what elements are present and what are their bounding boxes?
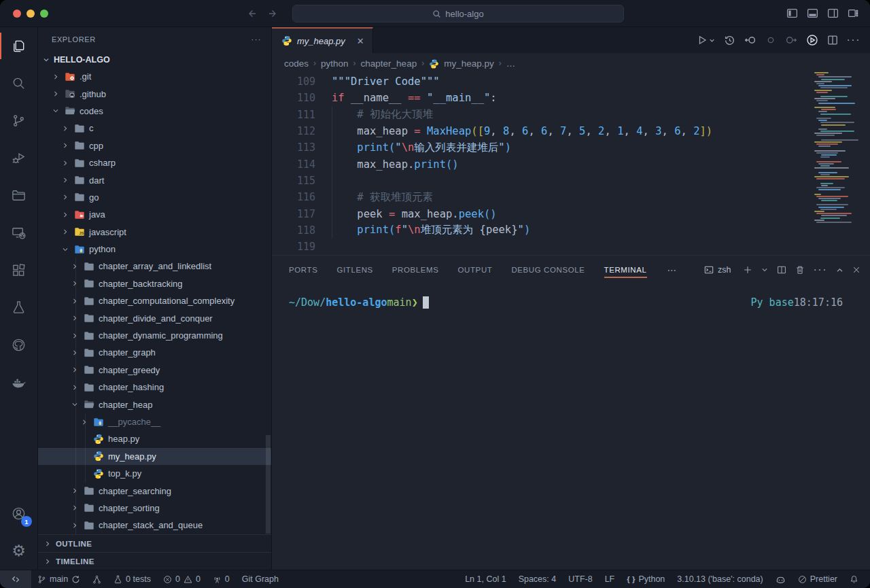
forward-icon[interactable]	[268, 8, 279, 19]
tree-item-cpp[interactable]: cpp	[38, 137, 271, 154]
tree-item-chapter_stack_and_queue[interactable]: chapter_stack_and_queue	[38, 517, 271, 534]
tree-item-chapter_sorting[interactable]: chapter_sorting	[38, 500, 271, 517]
tab-my-heap-py[interactable]: my_heap.py ✕	[272, 27, 373, 53]
breadcrumb-item[interactable]: my_heap.py	[444, 58, 494, 69]
toggle-panel-icon[interactable]	[807, 7, 818, 19]
close-panel-icon[interactable]	[852, 266, 860, 274]
tree-item-chapter_hashing[interactable]: chapter_hashing	[38, 379, 271, 396]
testing-icon[interactable]	[0, 289, 37, 326]
new-terminal-icon[interactable]	[743, 265, 752, 275]
status-item-copilot[interactable]	[769, 570, 792, 588]
tree-item-go[interactable]: go	[38, 189, 271, 206]
tree-item-chapter_divide_and_conquer[interactable]: chapter_divide_and_conquer	[38, 309, 271, 326]
tree-item-chapter_heap[interactable]: chapter_heap	[38, 396, 271, 413]
tree-item-javascript[interactable]: JSjavascript	[38, 224, 271, 241]
status-item-tower-0[interactable]: 0	[207, 570, 236, 588]
breadcrumb-item[interactable]: python	[321, 58, 349, 69]
remote-explorer-icon[interactable]	[0, 214, 37, 252]
tree-item-chapter_greedy[interactable]: chapter_greedy	[38, 362, 271, 379]
tree-item-.git[interactable]: .git	[38, 68, 271, 85]
terminal-shell-item[interactable]: zsh	[704, 265, 731, 275]
docker-icon[interactable]	[0, 364, 37, 401]
settings-gear-icon[interactable]: ⚙	[0, 532, 37, 570]
tree-item-java[interactable]: java	[38, 206, 271, 223]
run-python-file-button[interactable]	[697, 35, 715, 46]
timeline-history-icon[interactable]	[724, 35, 735, 46]
panel-tab-problems[interactable]: PROBLEMS	[392, 256, 439, 284]
timeline-section[interactable]: TIMELINE	[38, 552, 271, 570]
breadcrumb-item[interactable]: chapter_heap	[361, 58, 417, 69]
tree-item-chapter_backtracking[interactable]: chapter_backtracking	[38, 275, 271, 292]
status-item-graph[interactable]	[86, 570, 107, 588]
gitlens-back-icon[interactable]	[744, 34, 756, 46]
project-manager-icon[interactable]	[0, 177, 37, 214]
customize-layout-icon[interactable]	[848, 7, 859, 19]
extensions-icon[interactable]	[0, 252, 37, 289]
panel-more-actions-icon[interactable]: ···	[814, 264, 827, 276]
explorer-icon[interactable]	[0, 27, 37, 65]
gitlens-node-icon[interactable]	[765, 35, 776, 46]
tree-item-codes[interactable]: codes	[38, 103, 271, 120]
maximize-window-button[interactable]	[40, 10, 48, 18]
breadcrumb-item[interactable]: codes	[284, 58, 309, 69]
tree-item-csharp[interactable]: csharp	[38, 154, 271, 171]
sidebar-scrollbar[interactable]	[266, 435, 271, 534]
panel-tab-output[interactable]: OUTPUT	[458, 256, 493, 284]
source-control-icon[interactable]	[0, 102, 37, 139]
tree-item-chapter_dynamic_programming[interactable]: chapter_dynamic_programming	[38, 327, 271, 344]
tree-item-c[interactable]: c	[38, 120, 271, 137]
explorer-more-actions-icon[interactable]: ···	[251, 35, 262, 44]
command-center-search[interactable]: hello-algo	[292, 5, 624, 22]
minimap[interactable]	[814, 72, 856, 227]
status-item-git-graph[interactable]: Git Graph	[236, 570, 285, 588]
status-item-beaker-0-tests[interactable]: 0 tests	[107, 570, 157, 588]
status-item-3-10-13-base-conda-[interactable]: 3.10.13 ('base': conda)	[671, 570, 769, 588]
panel-tab-terminal[interactable]: TERMINAL	[604, 256, 647, 284]
back-icon[interactable]	[246, 8, 257, 19]
github-icon[interactable]	[0, 326, 37, 364]
tree-item-dart[interactable]: dart	[38, 171, 271, 188]
panel-tab-debug-console[interactable]: DEBUG CONSOLE	[511, 256, 585, 284]
toggle-secondary-sidebar-icon[interactable]	[827, 7, 839, 19]
status-item-ln-1-col-1[interactable]: Ln 1, Col 1	[459, 570, 512, 588]
toggle-primary-sidebar-icon[interactable]	[786, 7, 798, 19]
tree-item-chapter_array_and_linkedlist[interactable]: chapter_array_and_linkedlist	[38, 258, 271, 275]
search-sidebar-icon[interactable]	[0, 65, 37, 102]
status-item-remote[interactable]	[0, 570, 31, 588]
close-window-button[interactable]	[13, 10, 21, 18]
split-editor-icon[interactable]	[827, 35, 838, 46]
tree-item-python[interactable]: python	[38, 241, 271, 258]
tree-item-chapter_graph[interactable]: chapter_graph	[38, 344, 271, 361]
split-terminal-icon[interactable]	[777, 265, 786, 275]
code-editor[interactable]: 109"""Driver Code"""110if __name__ == "_…	[272, 73, 870, 255]
editor-more-actions-icon[interactable]: ···	[847, 34, 860, 46]
status-item-braces-python[interactable]: { }Python	[621, 570, 671, 588]
minimize-window-button[interactable]	[27, 10, 35, 18]
kill-terminal-icon[interactable]	[795, 265, 805, 275]
terminal-content[interactable]: ~/Dow/hello-algo main ❯Py base 18:17:16	[272, 284, 870, 570]
tree-item-chapter_searching[interactable]: chapter_searching	[38, 482, 271, 499]
gitlens-forward-icon[interactable]	[785, 34, 797, 46]
workspace-section-header[interactable]: HELLO-ALGO	[38, 52, 271, 68]
panel-tab-ports[interactable]: PORTS	[289, 256, 317, 284]
tree-item-my_heap.py[interactable]: my_heap.py	[38, 448, 271, 465]
status-item-branch-main-sync[interactable]: main	[31, 570, 86, 588]
run-or-debug-icon[interactable]	[806, 34, 818, 46]
outline-section[interactable]: OUTLINE	[38, 534, 271, 552]
close-tab-icon[interactable]: ✕	[357, 36, 364, 46]
status-item-slash-prettier[interactable]: Prettier	[792, 570, 843, 588]
run-debug-icon[interactable]	[0, 139, 37, 177]
accounts-icon[interactable]: 1	[0, 495, 37, 532]
status-item-error-0-warn-0[interactable]: 00	[157, 570, 207, 588]
tree-item-.github[interactable]: .github	[38, 85, 271, 102]
panel-tab-gitlens[interactable]: GITLENS	[336, 256, 372, 284]
tree-item-top_k.py[interactable]: top_k.py	[38, 465, 271, 482]
status-item-bell[interactable]	[843, 570, 865, 588]
breadcrumb-item[interactable]: …	[506, 58, 516, 69]
maximize-panel-icon[interactable]	[836, 266, 843, 274]
panel-tabs-more-icon[interactable]: ⋯	[667, 264, 678, 275]
status-item-utf-8[interactable]: UTF-8	[562, 570, 598, 588]
tree-item-heap.py[interactable]: heap.py	[38, 430, 271, 447]
terminal-dropdown-icon[interactable]	[761, 266, 768, 273]
status-item-spaces-4[interactable]: Spaces: 4	[512, 570, 563, 588]
